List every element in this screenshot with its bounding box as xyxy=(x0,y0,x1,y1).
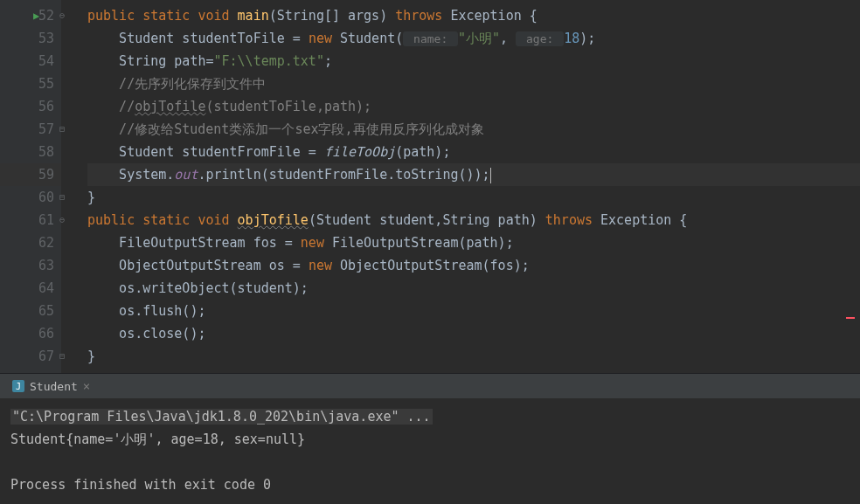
line-number: 57 xyxy=(38,118,54,141)
code-line[interactable]: os.close(); xyxy=(87,322,860,345)
line-number: 55 xyxy=(38,72,54,95)
code-line[interactable]: //修改给Student类添加一个sex字段,再使用反序列化成对象 xyxy=(87,118,860,141)
code-line[interactable]: os.flush(); xyxy=(87,300,860,322)
line-number: 67 xyxy=(38,345,54,368)
code-line[interactable]: Student studentFromFile = fileToObj(path… xyxy=(87,141,860,163)
line-number: 64 xyxy=(38,277,54,300)
line-number: 59 xyxy=(38,163,54,186)
code-line[interactable]: String path="F:\\temp.txt"; xyxy=(87,50,860,72)
code-line[interactable]: public static void objTofile(Student stu… xyxy=(87,209,860,231)
code-line[interactable]: System.out.println(studentFromFile.toStr… xyxy=(87,163,860,186)
code-area[interactable]: public static void main(String[] args) t… xyxy=(61,0,860,373)
java-class-icon: J xyxy=(12,380,24,392)
close-icon[interactable]: × xyxy=(83,379,90,393)
line-number: 58 xyxy=(38,141,54,163)
run-tool-window: J Student × "C:\Program Files\Java\jdk1.… xyxy=(0,373,860,504)
run-gutter-icon[interactable]: ▶ xyxy=(33,4,39,27)
line-number: 61 xyxy=(38,209,54,231)
inlay-hint: name: xyxy=(403,31,458,46)
code-line[interactable]: os.writeObject(student); xyxy=(87,277,860,300)
line-number: 52 xyxy=(38,4,54,27)
console-output[interactable]: "C:\Program Files\Java\jdk1.8.0_202\bin\… xyxy=(0,398,860,504)
console-line: Process finished with exit code 0 xyxy=(10,477,271,493)
console-line: Student{name='小明', age=18, sex=null} xyxy=(10,432,305,447)
error-stripe-mark[interactable] xyxy=(846,317,855,319)
line-number-gutter: 52▶⊖ 53 54 55 56 57⊟ 58 59 60⊟ 61⊖ 62 63… xyxy=(0,0,61,373)
console-tab-label: Student xyxy=(30,380,78,393)
line-number: 54 xyxy=(38,50,54,72)
code-line[interactable]: ObjectOutputStream os = new ObjectOutput… xyxy=(87,254,860,277)
code-line[interactable]: Student studentToFile = new Student( nam… xyxy=(87,27,860,50)
line-number: 62 xyxy=(38,231,54,254)
code-line[interactable]: //先序列化保存到文件中 xyxy=(87,72,860,95)
line-number: 63 xyxy=(38,254,54,277)
console-tab[interactable]: J Student × xyxy=(5,376,97,397)
line-number: 53 xyxy=(38,27,54,50)
line-number: 56 xyxy=(38,95,54,118)
line-number: 66 xyxy=(38,322,54,345)
console-command: "C:\Program Files\Java\jdk1.8.0_202\bin\… xyxy=(10,409,433,425)
code-line[interactable]: //objTofile(studentToFile,path); xyxy=(87,95,860,118)
code-line[interactable]: } xyxy=(87,186,860,209)
code-line[interactable]: FileOutputStream fos = new FileOutputStr… xyxy=(87,231,860,254)
code-line[interactable]: public static void main(String[] args) t… xyxy=(87,4,860,27)
line-number: 65 xyxy=(38,300,54,322)
line-number: 60 xyxy=(38,186,54,209)
code-editor[interactable]: 52▶⊖ 53 54 55 56 57⊟ 58 59 60⊟ 61⊖ 62 63… xyxy=(0,0,860,373)
code-line[interactable]: } xyxy=(87,345,860,368)
console-tab-bar: J Student × xyxy=(0,374,860,398)
inlay-hint: age: xyxy=(516,31,564,46)
text-caret xyxy=(490,168,491,183)
